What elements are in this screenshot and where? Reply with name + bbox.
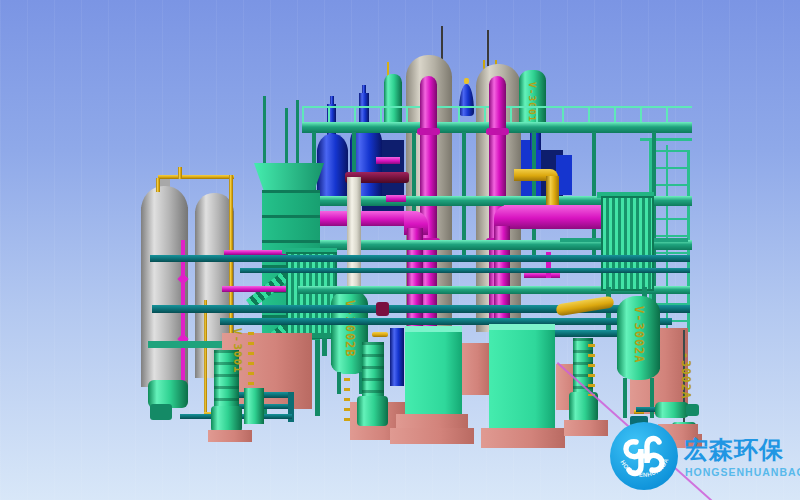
pump-small <box>244 388 264 424</box>
magenta-stub <box>376 157 400 164</box>
magenta-stub <box>386 195 406 202</box>
pump-right-pad <box>564 420 608 436</box>
tower-post <box>296 100 299 166</box>
green-tank-1-pedestal-step <box>390 428 474 444</box>
pump-left-motor <box>150 404 172 420</box>
pump-center-flanges <box>362 342 384 400</box>
green-tank-2-pedestal <box>481 428 565 448</box>
plate-hx-right <box>601 196 654 291</box>
vessel-V3002A-leg <box>623 378 627 418</box>
instrument-coil <box>588 344 595 396</box>
deck-column <box>462 132 466 255</box>
rear-frame-toprail <box>640 138 692 141</box>
white-pipe <box>347 177 361 291</box>
valve-handwheel <box>372 332 388 337</box>
teal-pipe-run <box>150 255 690 262</box>
pump-left-pad <box>208 430 252 442</box>
plate-hx-left <box>286 252 337 339</box>
vessel-V3002B-leg <box>337 372 341 394</box>
plate-hx-foot <box>322 338 327 356</box>
vessel-V3001-tag: V-3001 <box>231 328 244 374</box>
instrument-dashes <box>248 332 254 392</box>
tower-post <box>285 108 288 166</box>
yellow-cap <box>464 78 469 84</box>
tower-leg <box>315 340 320 416</box>
logo-h-mark: HONGSENHUANBAO <box>610 422 678 490</box>
tower-post <box>263 96 266 166</box>
pump-center-motor <box>357 396 388 426</box>
riser-B-flange <box>486 128 509 135</box>
vessel-V3002A-leg <box>650 378 654 418</box>
yellow-pipe-drop <box>156 178 160 192</box>
yellow-pipe-tank-top <box>158 175 234 179</box>
riser-A-flange <box>417 128 440 135</box>
green-tank-2 <box>489 324 555 438</box>
tower-hopper <box>254 163 324 191</box>
logo-text-english: HONGSENHUANBAO <box>685 466 800 478</box>
logo-text-chinese: 宏森环保 <box>684 434 784 466</box>
vessel-V3002A-tag: V-3002A <box>632 306 646 364</box>
teal-pipe-run <box>220 318 672 325</box>
blue-pump <box>390 328 404 386</box>
magenta-pipe-right-run <box>504 205 608 229</box>
deck-column <box>592 132 596 255</box>
pump-far-right <box>655 402 689 418</box>
deck-column <box>532 132 536 255</box>
instrument-dashes <box>344 378 350 422</box>
yellow-pipe-riser <box>204 300 207 414</box>
pump-far-right-motor <box>686 404 699 416</box>
pump-left-motor2 <box>211 406 242 432</box>
teal-pipe-run <box>240 268 690 273</box>
yellow-pipe-drop <box>178 167 182 179</box>
yellow-pipe-vertical <box>546 176 559 207</box>
logo-badge: HONGSENHUANBAO <box>610 422 678 490</box>
maroon-valve <box>376 302 389 316</box>
plant-3d-viewport: V-3001A <box>0 0 800 500</box>
magenta-pipe-left-run <box>310 211 416 226</box>
pump-3002A-tag: -3002A <box>679 352 693 400</box>
